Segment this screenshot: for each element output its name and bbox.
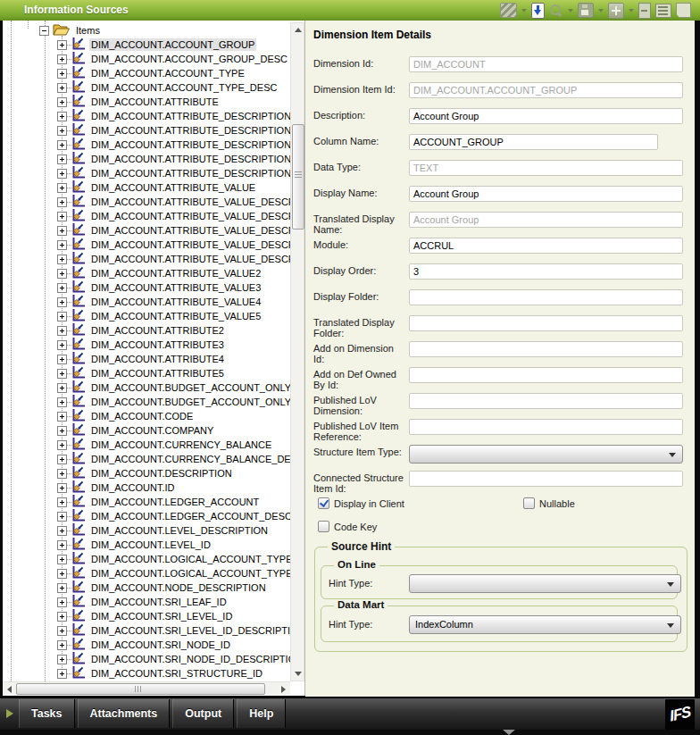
scroll-down-icon[interactable] [295,672,302,676]
expand-plus-icon[interactable] [57,369,67,379]
search-icon[interactable] [549,4,563,18]
expand-plus-icon[interactable] [57,326,67,336]
tree-item[interactable]: DIM_ACCOUNT.LEVEL_DESCRIPTION [3,523,290,538]
list-icon[interactable] [655,4,671,18]
column-name-input[interactable]: ACCOUNT_GROUP [409,134,658,150]
tree-item[interactable]: DIM_ACCOUNT.SRI_LEAF_ID [3,595,290,609]
expand-plus-icon[interactable] [57,126,67,136]
expand-plus-icon[interactable] [57,169,67,179]
connected-structure-item-id-input[interactable] [409,471,683,487]
expand-plus-icon[interactable] [57,69,67,79]
tree-item[interactable]: DIM_ACCOUNT.ATTRIBUTE_DESCRIPTION [3,109,290,123]
tree-item[interactable]: DIM_ACCOUNT.LOGICAL_ACCOUNT_TYPE [3,552,290,566]
dropdown-caret-icon[interactable] [629,9,634,13]
expand-plus-icon[interactable] [57,483,67,493]
expand-plus-icon[interactable] [57,283,67,293]
expand-plus-icon[interactable] [57,340,67,350]
expand-plus-icon[interactable] [57,426,67,436]
tree-item[interactable]: DIM_ACCOUNT.ACCOUNT_TYPE [3,66,290,80]
expand-plus-icon[interactable] [57,626,67,636]
display-order-input[interactable]: 3 [409,263,683,280]
add-on-dimension-id-input[interactable] [409,341,683,357]
structure-item-type-dropdown[interactable] [409,445,683,464]
tree-item[interactable]: DIM_ACCOUNT.BUDGET_ACCOUNT_ONLY [3,380,290,395]
tree-item[interactable]: DIM_ACCOUNT.CODE [3,409,290,423]
tree-item[interactable]: DIM_ACCOUNT.ATTRIBUTE_VALUE5 [3,309,290,323]
tree-item[interactable]: DIM_ACCOUNT.ATTRIBUTE_DESCRIPTION5 [3,166,290,180]
data-type-input[interactable]: TEXT [409,160,683,176]
expand-plus-icon[interactable] [57,497,67,507]
tree-item[interactable]: DIM_ACCOUNT.ATTRIBUTE5 [3,366,290,380]
tab-help[interactable]: Help [237,699,286,728]
expand-plus-icon[interactable] [57,669,67,679]
tree-item[interactable]: DIM_ACCOUNT.LEDGER_ACCOUNT [3,495,290,509]
tree-item[interactable]: DIM_ACCOUNT.SRI_LEVEL_ID_DESCRIPTION [3,623,290,638]
expand-plus-icon[interactable] [57,226,67,236]
display-name-input[interactable]: Account Group [409,186,683,202]
tree-item[interactable]: DIM_ACCOUNT.ID [3,480,290,495]
expand-plus-icon[interactable] [57,140,67,150]
tree-item[interactable]: DIM_ACCOUNT.ATTRIBUTE_VALUE2 [3,266,290,280]
expand-plus-icon[interactable] [57,397,67,407]
expand-plus-icon[interactable] [57,197,67,207]
expand-plus-icon[interactable] [57,155,67,164]
dimension-id-input[interactable]: DIM_ACCOUNT [409,56,683,72]
tree-item[interactable]: DIM_ACCOUNT.ATTRIBUTE_VALUE_DESCRIPT [3,209,290,223]
expand-plus-icon[interactable] [57,597,67,607]
code-key-checkbox[interactable] [318,521,329,532]
expand-plus-icon[interactable] [57,526,67,536]
tree-item[interactable]: DIM_ACCOUNT.SRI_NODE_ID_DESCRIPTION [3,652,290,666]
stripes-icon[interactable] [500,3,517,18]
expand-plus-icon[interactable] [57,512,67,522]
expand-plus-icon[interactable] [57,40,67,50]
scroll-up-icon[interactable] [295,28,302,32]
expand-plus-icon[interactable] [57,297,67,307]
tree-item[interactable]: DIM_ACCOUNT.LOGICAL_ACCOUNT_TYPE_DE [3,566,290,580]
expand-plus-icon[interactable] [57,83,67,93]
expand-plus-icon[interactable] [57,640,67,650]
display-in-client-option[interactable]: Display in Client [318,497,404,509]
data-mart-hint-type-dropdown[interactable]: IndexColumn [409,615,681,634]
tree-item[interactable]: DIM_ACCOUNT.ATTRIBUTE_VALUE3 [3,280,290,295]
expand-plus-icon[interactable] [57,97,67,107]
tree-item[interactable]: DIM_ACCOUNT.SRI_NODE_ID [3,638,290,652]
dimension-item-id-input[interactable]: DIM_ACCOUNT.ACCOUNT_GROUP [409,82,683,98]
collapse-handle-icon[interactable] [503,730,515,735]
tree-item[interactable]: DIM_ACCOUNT.ACCOUNT_TYPE_DESC [3,80,290,95]
translated-display-folder-input[interactable] [409,315,683,331]
tree-item[interactable]: DIM_ACCOUNT.SRI_LEVEL_ID [3,609,290,623]
tree-item[interactable]: DIM_ACCOUNT.COMPANY [3,423,290,438]
tree-item[interactable]: DIM_ACCOUNT.ATTRIBUTE_VALUE_DESCRIPT [3,252,290,266]
translated-display-name-input[interactable]: Account Group [409,212,683,228]
expand-plus-icon[interactable] [57,355,67,364]
code-key-option[interactable]: Code Key [318,521,377,532]
expand-plus-icon[interactable] [57,383,67,393]
tab-tasks[interactable]: Tasks [19,699,75,728]
expand-plus-icon[interactable] [57,269,67,279]
expand-plus-icon[interactable] [57,469,67,479]
description-input[interactable]: Account Group [409,108,683,124]
dropdown-caret-icon[interactable] [568,9,573,13]
expand-plus-icon[interactable] [57,612,67,622]
nullable-checkbox[interactable] [523,497,535,509]
expand-plus-icon[interactable] [57,312,67,322]
dropdown-caret-icon[interactable] [521,9,527,13]
expand-plus-icon[interactable] [57,412,67,422]
page-minus-icon[interactable] [638,3,651,19]
expand-plus-icon[interactable] [57,54,67,64]
tree-item-items[interactable]: Items [3,23,290,38]
expand-plus-icon[interactable] [57,540,67,550]
online-hint-type-dropdown[interactable] [409,574,681,593]
tree-item[interactable]: DIM_ACCOUNT.BUDGET_ACCOUNT_ONLY_DES [3,395,290,409]
tree-item[interactable]: DIM_ACCOUNT.ATTRIBUTE_VALUE_DESCRIPT [3,223,290,238]
tree-item[interactable]: DIM_ACCOUNT.ATTRIBUTE_VALUE_DESCRIPT [3,195,290,209]
tree-item[interactable]: DIM_ACCOUNT.ATTRIBUTE_VALUE_DESCRIPT [3,238,290,252]
expand-plus-icon[interactable] [57,569,67,579]
tree-item[interactable]: DIM_ACCOUNT.ATTRIBUTE_DESCRIPTION2 [3,123,290,138]
display-folder-input[interactable] [409,289,683,305]
expand-plus-icon[interactable] [57,555,67,564]
dropdown-caret-icon[interactable] [598,9,604,13]
vertical-scrollbar-thumb[interactable] [292,124,304,230]
tree-item[interactable]: DIM_ACCOUNT.LEDGER_ACCOUNT_DESC [3,509,290,523]
horizontal-scrollbar[interactable] [3,681,290,695]
